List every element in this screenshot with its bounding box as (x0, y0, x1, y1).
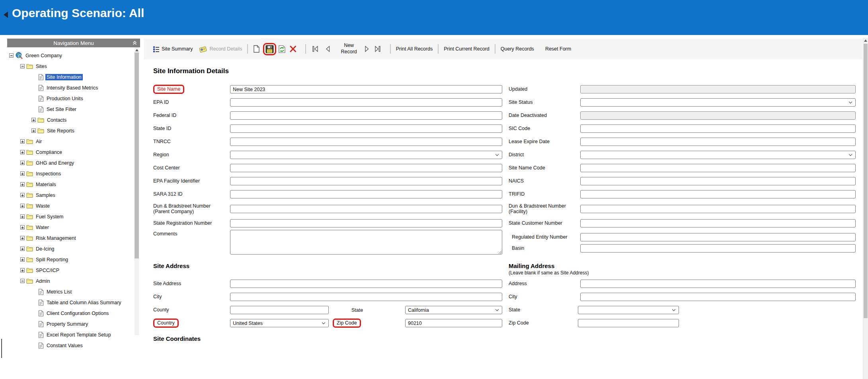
district-select[interactable] (580, 151, 856, 159)
new-record-button[interactable]: New Record (341, 43, 357, 55)
state-select[interactable]: California (405, 306, 502, 314)
tree-item-constant-values[interactable]: Constant Values (7, 340, 140, 351)
print-all-records-button[interactable]: Print All Records (396, 46, 433, 52)
expand-icon[interactable]: + (20, 193, 25, 197)
tree-item-air[interactable]: +Air (7, 136, 140, 147)
expand-icon[interactable]: + (20, 161, 25, 165)
refresh-button[interactable] (278, 45, 286, 53)
expand-icon[interactable]: + (20, 214, 25, 219)
comments-textarea[interactable] (230, 230, 502, 255)
tree-item-compliance[interactable]: +Compliance (7, 147, 140, 157)
tree-item-risk-management[interactable]: +Risk Management (7, 233, 140, 243)
tree-item-table-and-column-alias-summary[interactable]: Table and Column Alias Summary (7, 297, 140, 308)
expand-icon[interactable]: + (20, 182, 25, 187)
mailing-zip-input[interactable] (578, 319, 679, 327)
record-details-button[interactable]: Record Details (199, 45, 242, 53)
naics-input[interactable] (580, 177, 856, 185)
trifid-input[interactable] (580, 190, 856, 198)
tree-item-spcc-icp[interactable]: +SPCC/ICP (7, 265, 140, 276)
mailing-state-select[interactable] (578, 306, 679, 314)
dnb-facility-input[interactable] (580, 205, 856, 213)
sidebar-scrollbar[interactable] (135, 47, 139, 335)
sara-312-id-input[interactable] (230, 190, 502, 198)
delete-button[interactable] (289, 45, 297, 53)
tree-item-inspections[interactable]: +Inspections (7, 168, 140, 179)
collapse-icon[interactable]: − (20, 279, 25, 283)
zip-code-input[interactable] (405, 319, 502, 327)
page-scrollbar[interactable] (863, 38, 868, 379)
sic-code-input[interactable] (580, 124, 856, 133)
expand-icon[interactable]: + (20, 171, 25, 176)
basin-input[interactable] (580, 244, 856, 253)
tree-item-production-units[interactable]: Production Units (7, 93, 140, 104)
collapse-icon[interactable]: − (20, 64, 25, 68)
tree-item-ghg-and-energy[interactable]: +GHG and Energy (7, 157, 140, 168)
tree-item-client-configuration-options[interactable]: Client Configuration Options (7, 308, 140, 319)
tree-item-spill-reporting[interactable]: +Spill Reporting (7, 254, 140, 265)
sidebar-scrollbar-thumb[interactable] (135, 52, 139, 258)
tree-item-admin[interactable]: −Admin (7, 276, 140, 286)
region-select[interactable] (230, 151, 502, 159)
site-summary-button[interactable]: Site Summary (153, 46, 193, 52)
tree-item-waste[interactable]: +Waste (7, 200, 140, 211)
mailing-city-input[interactable] (580, 293, 856, 301)
expand-icon[interactable]: + (20, 225, 25, 229)
tree-item-set-site-filter[interactable]: Set Site Filter (7, 104, 140, 115)
tree-item-de-icing[interactable]: +De-Icing (7, 243, 140, 254)
sidebar-scroll-up-icon[interactable] (135, 49, 138, 51)
expand-icon[interactable]: + (20, 204, 25, 208)
tree-item-contacts[interactable]: +Contacts (7, 115, 140, 125)
site-name-input[interactable] (230, 85, 502, 93)
expand-icon[interactable]: + (31, 128, 36, 133)
county-input[interactable] (230, 306, 329, 314)
tree-item-green-company[interactable]: −Green Company (7, 50, 140, 61)
tree-item-property-summary[interactable]: Property Summary (7, 319, 140, 329)
previous-record-button[interactable] (324, 45, 331, 53)
expand-icon[interactable]: + (20, 139, 25, 144)
expand-icon[interactable]: + (20, 268, 25, 272)
cost-center-input[interactable] (230, 164, 502, 172)
expand-icon[interactable]: + (31, 118, 36, 122)
navigation-menu-header[interactable]: Navigation Menu (7, 39, 140, 47)
new-document-button[interactable] (253, 45, 260, 53)
tree-item-samples[interactable]: +Samples (7, 190, 140, 200)
tree-item-sites[interactable]: −Sites (7, 61, 140, 72)
state-registration-number-input[interactable] (230, 219, 502, 227)
save-button[interactable] (265, 45, 274, 53)
query-records-button[interactable]: Query Records (501, 46, 534, 52)
first-record-button[interactable] (311, 45, 319, 53)
lease-expire-date-input[interactable] (580, 138, 856, 146)
tree-item-metrics-list[interactable]: Metrics List (7, 286, 140, 297)
tree-item-materials[interactable]: +Materials (7, 179, 140, 190)
expand-icon[interactable]: + (20, 236, 25, 240)
scroll-up-icon[interactable] (864, 39, 867, 42)
regulated-entity-number-input[interactable] (580, 233, 856, 241)
collapse-double-chevron-icon[interactable] (132, 41, 137, 45)
city-input[interactable] (230, 293, 502, 301)
state-customer-number-input[interactable] (580, 219, 856, 227)
dnb-parent-input[interactable] (230, 205, 502, 213)
next-record-button[interactable] (363, 45, 371, 53)
federal-id-input[interactable] (230, 111, 502, 120)
expand-icon[interactable]: + (20, 257, 25, 262)
country-select[interactable]: United States (230, 319, 329, 327)
tree-item-intensity-based-metrics[interactable]: Intensity Based Metrics (7, 82, 140, 93)
tree-item-site-reports[interactable]: +Site Reports (7, 125, 140, 136)
collapse-icon[interactable]: − (9, 53, 14, 58)
site-status-select[interactable] (580, 98, 856, 107)
tree-item-excel-report-template-setup[interactable]: Excel Report Template Setup (7, 329, 140, 340)
tree-item-water[interactable]: +Water (7, 222, 140, 233)
epa-id-input[interactable] (230, 98, 502, 107)
mailing-address-input[interactable] (580, 280, 856, 288)
tree-item-site-information[interactable]: Site Information (7, 72, 140, 82)
print-current-record-button[interactable]: Print Current Record (444, 46, 490, 52)
reset-form-button[interactable]: Reset Form (545, 46, 571, 52)
expand-icon[interactable]: + (20, 150, 25, 154)
tnrcc-input[interactable] (230, 138, 502, 146)
page-scrollbar-thumb[interactable] (864, 44, 868, 318)
expand-icon[interactable]: + (20, 247, 25, 251)
site-address-input[interactable] (230, 280, 502, 288)
back-arrow-icon[interactable] (4, 12, 8, 18)
last-record-button[interactable] (374, 45, 382, 53)
state-id-input[interactable] (230, 124, 502, 133)
